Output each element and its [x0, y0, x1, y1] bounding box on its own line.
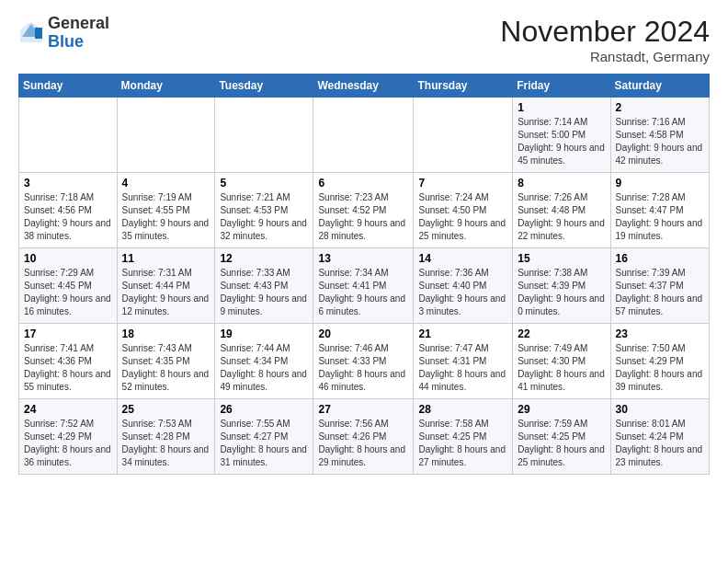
- day-info: Sunrise: 7:59 AMSunset: 4:25 PMDaylight:…: [518, 418, 605, 469]
- day-info: Sunrise: 7:52 AMSunset: 4:29 PMDaylight:…: [24, 418, 112, 469]
- calendar-cell: 27Sunrise: 7:56 AMSunset: 4:26 PMDayligh…: [313, 399, 414, 475]
- weekday-header-sunday: Sunday: [19, 75, 118, 98]
- day-info: Sunrise: 7:53 AMSunset: 4:28 PMDaylight:…: [122, 418, 210, 469]
- day-number: 24: [24, 403, 112, 416]
- day-info: Sunrise: 7:55 AMSunset: 4:27 PMDaylight:…: [220, 418, 308, 469]
- day-info: Sunrise: 7:21 AMSunset: 4:53 PMDaylight:…: [220, 191, 308, 243]
- calendar-body: 1Sunrise: 7:14 AMSunset: 5:00 PMDaylight…: [19, 98, 710, 475]
- calendar-cell: 30Sunrise: 8:01 AMSunset: 4:24 PMDayligh…: [610, 399, 709, 475]
- calendar-cell: 23Sunrise: 7:50 AMSunset: 4:29 PMDayligh…: [610, 324, 709, 399]
- logo-blue: Blue: [48, 32, 84, 51]
- day-info: Sunrise: 7:34 AMSunset: 4:41 PMDaylight:…: [318, 267, 408, 318]
- day-number: 12: [220, 252, 308, 265]
- day-info: Sunrise: 7:33 AMSunset: 4:43 PMDaylight:…: [220, 267, 308, 318]
- calendar-cell: 24Sunrise: 7:52 AMSunset: 4:29 PMDayligh…: [19, 399, 118, 475]
- day-number: 11: [122, 252, 210, 265]
- day-number: 3: [24, 177, 112, 190]
- day-number: 7: [418, 177, 507, 190]
- day-info: Sunrise: 7:44 AMSunset: 4:34 PMDaylight:…: [220, 342, 308, 394]
- calendar-cell: 1Sunrise: 7:14 AMSunset: 5:00 PMDaylight…: [513, 98, 610, 173]
- day-info: Sunrise: 7:58 AMSunset: 4:25 PMDaylight:…: [418, 418, 507, 469]
- location-subtitle: Ranstadt, Germany: [500, 49, 710, 64]
- day-number: 23: [616, 327, 704, 340]
- weekday-header-thursday: Thursday: [414, 75, 513, 98]
- month-title: November 2024: [500, 15, 710, 49]
- day-number: 25: [122, 403, 210, 416]
- day-info: Sunrise: 7:26 AMSunset: 4:48 PMDaylight:…: [518, 191, 605, 243]
- calendar-cell: 25Sunrise: 7:53 AMSunset: 4:28 PMDayligh…: [117, 399, 215, 475]
- logo-text: General Blue: [48, 15, 109, 52]
- day-info: Sunrise: 7:19 AMSunset: 4:55 PMDaylight:…: [122, 191, 210, 243]
- weekday-row: SundayMondayTuesdayWednesdayThursdayFrid…: [19, 75, 710, 98]
- calendar-cell: [414, 98, 513, 173]
- logo-icon: [18, 20, 44, 46]
- day-info: Sunrise: 7:56 AMSunset: 4:26 PMDaylight:…: [318, 418, 408, 469]
- day-number: 2: [616, 101, 704, 114]
- calendar-week-0: 1Sunrise: 7:14 AMSunset: 5:00 PMDaylight…: [19, 98, 710, 173]
- day-number: 18: [122, 327, 210, 340]
- day-info: Sunrise: 7:49 AMSunset: 4:30 PMDaylight:…: [518, 342, 605, 394]
- calendar-cell: 17Sunrise: 7:41 AMSunset: 4:36 PMDayligh…: [19, 324, 118, 399]
- calendar-header: SundayMondayTuesdayWednesdayThursdayFrid…: [19, 75, 710, 98]
- header: General Blue November 2024 Ranstadt, Ger…: [18, 15, 710, 64]
- day-number: 29: [518, 403, 605, 416]
- day-number: 6: [318, 177, 408, 190]
- logo: General Blue: [18, 15, 109, 52]
- day-info: Sunrise: 8:01 AMSunset: 4:24 PMDaylight:…: [616, 418, 704, 469]
- calendar-cell: 9Sunrise: 7:28 AMSunset: 4:47 PMDaylight…: [610, 173, 709, 248]
- calendar-cell: 5Sunrise: 7:21 AMSunset: 4:53 PMDaylight…: [215, 173, 313, 248]
- calendar-cell: 14Sunrise: 7:36 AMSunset: 4:40 PMDayligh…: [414, 248, 513, 324]
- day-info: Sunrise: 7:36 AMSunset: 4:40 PMDaylight:…: [418, 267, 507, 318]
- calendar-cell: 8Sunrise: 7:26 AMSunset: 4:48 PMDaylight…: [513, 173, 610, 248]
- calendar-cell: [19, 98, 118, 173]
- day-number: 1: [518, 101, 605, 114]
- day-info: Sunrise: 7:50 AMSunset: 4:29 PMDaylight:…: [616, 342, 704, 394]
- calendar-cell: 29Sunrise: 7:59 AMSunset: 4:25 PMDayligh…: [513, 399, 610, 475]
- svg-marker-2: [35, 28, 42, 39]
- calendar-cell: 15Sunrise: 7:38 AMSunset: 4:39 PMDayligh…: [513, 248, 610, 324]
- day-info: Sunrise: 7:24 AMSunset: 4:50 PMDaylight:…: [418, 191, 507, 243]
- day-number: 22: [518, 327, 605, 340]
- day-number: 16: [616, 252, 704, 265]
- weekday-header-monday: Monday: [117, 75, 215, 98]
- calendar-cell: 26Sunrise: 7:55 AMSunset: 4:27 PMDayligh…: [215, 399, 313, 475]
- calendar-cell: 28Sunrise: 7:58 AMSunset: 4:25 PMDayligh…: [414, 399, 513, 475]
- calendar-cell: [117, 98, 215, 173]
- day-number: 17: [24, 327, 112, 340]
- calendar-cell: 11Sunrise: 7:31 AMSunset: 4:44 PMDayligh…: [117, 248, 215, 324]
- calendar-cell: 3Sunrise: 7:18 AMSunset: 4:56 PMDaylight…: [19, 173, 118, 248]
- day-info: Sunrise: 7:39 AMSunset: 4:37 PMDaylight:…: [616, 267, 704, 318]
- day-info: Sunrise: 7:46 AMSunset: 4:33 PMDaylight:…: [318, 342, 408, 394]
- day-info: Sunrise: 7:38 AMSunset: 4:39 PMDaylight:…: [518, 267, 605, 318]
- weekday-header-tuesday: Tuesday: [215, 75, 313, 98]
- day-number: 14: [418, 252, 507, 265]
- weekday-header-wednesday: Wednesday: [313, 75, 414, 98]
- day-number: 19: [220, 327, 308, 340]
- calendar-cell: 10Sunrise: 7:29 AMSunset: 4:45 PMDayligh…: [19, 248, 118, 324]
- calendar-cell: 21Sunrise: 7:47 AMSunset: 4:31 PMDayligh…: [414, 324, 513, 399]
- weekday-header-friday: Friday: [513, 75, 610, 98]
- day-number: 8: [518, 177, 605, 190]
- day-number: 15: [518, 252, 605, 265]
- calendar-week-4: 24Sunrise: 7:52 AMSunset: 4:29 PMDayligh…: [19, 399, 710, 475]
- calendar-cell: 20Sunrise: 7:46 AMSunset: 4:33 PMDayligh…: [313, 324, 414, 399]
- calendar-week-1: 3Sunrise: 7:18 AMSunset: 4:56 PMDaylight…: [19, 173, 710, 248]
- calendar-cell: 16Sunrise: 7:39 AMSunset: 4:37 PMDayligh…: [610, 248, 709, 324]
- calendar-cell: 6Sunrise: 7:23 AMSunset: 4:52 PMDaylight…: [313, 173, 414, 248]
- calendar-cell: 4Sunrise: 7:19 AMSunset: 4:55 PMDaylight…: [117, 173, 215, 248]
- calendar-cell: 13Sunrise: 7:34 AMSunset: 4:41 PMDayligh…: [313, 248, 414, 324]
- day-number: 27: [318, 403, 408, 416]
- calendar: SundayMondayTuesdayWednesdayThursdayFrid…: [18, 74, 710, 475]
- title-block: November 2024 Ranstadt, Germany: [500, 15, 710, 64]
- day-number: 21: [418, 327, 507, 340]
- day-number: 28: [418, 403, 507, 416]
- day-number: 9: [616, 177, 704, 190]
- day-info: Sunrise: 7:47 AMSunset: 4:31 PMDaylight:…: [418, 342, 507, 394]
- day-info: Sunrise: 7:16 AMSunset: 4:58 PMDaylight:…: [616, 116, 704, 167]
- calendar-cell: 18Sunrise: 7:43 AMSunset: 4:35 PMDayligh…: [117, 324, 215, 399]
- day-info: Sunrise: 7:18 AMSunset: 4:56 PMDaylight:…: [24, 191, 112, 243]
- day-number: 5: [220, 177, 308, 190]
- day-number: 13: [318, 252, 408, 265]
- calendar-cell: 22Sunrise: 7:49 AMSunset: 4:30 PMDayligh…: [513, 324, 610, 399]
- calendar-week-3: 17Sunrise: 7:41 AMSunset: 4:36 PMDayligh…: [19, 324, 710, 399]
